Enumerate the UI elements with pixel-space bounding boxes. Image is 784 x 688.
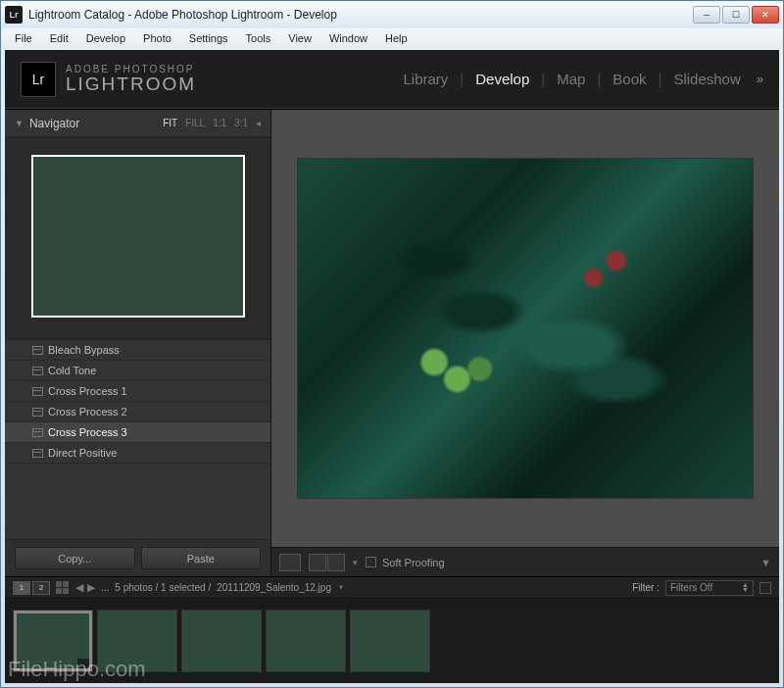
menu-develop[interactable]: Develop <box>78 30 133 46</box>
preset-list: Bleach Bypass Cold Tone Cross Process 1 … <box>5 339 270 539</box>
middle-area: ▼ Navigator FIT FILL 1:1 3:1 ◂ Bleach By… <box>5 109 779 577</box>
navigator-preview[interactable] <box>5 137 270 339</box>
breadcrumb-ellipsis[interactable]: ... <box>101 582 109 593</box>
zoom-1to1[interactable]: 1:1 <box>213 118 226 128</box>
filmstrip-thumb[interactable] <box>97 610 177 672</box>
menu-tools[interactable]: Tools <box>238 30 279 46</box>
brand-text: ADOBE PHOTOSHOP LIGHTROOM <box>66 64 196 95</box>
filmstrip-thumb[interactable] <box>181 610 262 672</box>
app-icon: Lr <box>5 6 23 24</box>
grid-view-icon[interactable] <box>56 581 70 595</box>
navigator-zoom-controls: FIT FILL 1:1 3:1 ◂ <box>163 118 261 128</box>
main-image[interactable] <box>297 158 754 499</box>
menu-edit[interactable]: Edit <box>42 30 76 46</box>
preset-item[interactable]: Cold Tone <box>5 361 270 381</box>
zoom-dropdown-icon[interactable]: ◂ <box>256 118 261 128</box>
filmstrip-thumb[interactable] <box>350 610 430 672</box>
top-header: Lr ADOBE PHOTOSHOP LIGHTROOM Library | D… <box>5 50 779 109</box>
soft-proofing-toggle[interactable]: Soft Proofing <box>366 557 445 568</box>
filter-dropdown[interactable]: Filters Off ▲▼ <box>665 580 754 596</box>
toolbar-expand-icon[interactable]: ▼ <box>760 557 771 568</box>
menu-window[interactable]: Window <box>321 30 375 46</box>
module-develop[interactable]: Develop <box>464 67 541 91</box>
soft-proofing-checkbox[interactable] <box>366 557 376 567</box>
nav-arrows: ◀ ▶ <box>75 581 95 594</box>
primary-display-button[interactable]: 1 <box>13 581 30 595</box>
titlebar[interactable]: Lr Lightroom Catalog - Adobe Photoshop L… <box>1 1 783 28</box>
close-button[interactable]: ✕ <box>752 6 779 24</box>
menu-help[interactable]: Help <box>377 30 416 46</box>
lightroom-logo: Lr <box>21 62 56 97</box>
preset-item[interactable]: Cross Process 1 <box>5 381 270 402</box>
preset-item[interactable]: Direct Positive <box>5 443 270 464</box>
zoom-fill[interactable]: FILL <box>185 118 205 128</box>
loupe-view-icon[interactable] <box>279 554 301 571</box>
window-frame: Lr Lightroom Catalog - Adobe Photoshop L… <box>0 0 784 688</box>
navigator-label: Navigator <box>29 117 79 130</box>
toolbar-dropdown-icon[interactable]: ▾ <box>353 558 358 567</box>
selection-info: 5 photos / 1 selected / <box>115 582 211 593</box>
module-map[interactable]: Map <box>545 67 597 91</box>
menu-settings[interactable]: Settings <box>181 30 236 46</box>
zoom-fit[interactable]: FIT <box>163 118 177 128</box>
dropdown-arrows-icon: ▲▼ <box>742 583 749 593</box>
filmstrip: 1 2 ◀ ▶ ... 5 photos / 1 selected / 2011… <box>5 577 779 683</box>
copy-paste-bar: Copy... Paste <box>5 539 270 576</box>
main-area: ▾ Soft Proofing ▼ <box>271 110 779 576</box>
module-picker: Library | Develop | Map | Book | Slidesh… <box>391 67 763 91</box>
before-after-tb-icon[interactable] <box>327 554 345 571</box>
module-slideshow[interactable]: Slideshow <box>662 67 752 91</box>
breadcrumb-dropdown-icon[interactable]: ▼ <box>337 583 345 592</box>
soft-proofing-label: Soft Proofing <box>382 557 445 568</box>
filmstrip-thumbnails[interactable] <box>5 599 779 683</box>
maximize-button[interactable]: ☐ <box>722 6 750 24</box>
menu-file[interactable]: File <box>7 30 40 46</box>
secondary-display-button[interactable]: 2 <box>32 581 50 595</box>
collapse-triangle-icon[interactable]: ▼ <box>15 119 24 128</box>
preset-item[interactable]: Cross Process 3 <box>5 422 270 443</box>
brand-line2: LIGHTROOM <box>66 74 196 95</box>
preset-item[interactable]: Cross Process 2 <box>5 402 270 422</box>
app-body: Lr ADOBE PHOTOSHOP LIGHTROOM Library | D… <box>5 50 779 683</box>
module-library[interactable]: Library <box>391 67 460 91</box>
thumb-badge-icon <box>77 659 89 668</box>
navigator-thumbnail[interactable] <box>31 155 245 318</box>
module-more-icon[interactable]: » <box>753 72 763 86</box>
navigator-header[interactable]: ▼ Navigator FIT FILL 1:1 3:1 ◂ <box>5 110 270 137</box>
paste-button[interactable]: Paste <box>141 547 262 569</box>
zoom-3to1[interactable]: 3:1 <box>234 118 248 128</box>
filename: 20111209_Salento_12.jpg <box>217 582 331 593</box>
nav-back-icon[interactable]: ◀ <box>75 581 83 594</box>
nav-forward-icon[interactable]: ▶ <box>87 581 95 594</box>
copy-button[interactable]: Copy... <box>15 547 135 569</box>
window-title: Lightroom Catalog - Adobe Photoshop Ligh… <box>28 8 693 22</box>
before-after-lr-icon[interactable] <box>309 554 326 571</box>
filter-section: Filter : Filters Off ▲▼ <box>632 580 771 596</box>
filter-value: Filters Off <box>670 582 712 593</box>
screen-toggle: 1 2 <box>13 581 50 595</box>
menu-view[interactable]: View <box>280 30 319 46</box>
preset-item[interactable]: Bleach Bypass <box>5 340 270 361</box>
left-panel: ▼ Navigator FIT FILL 1:1 3:1 ◂ Bleach By… <box>5 110 271 576</box>
window-controls: ─ ☐ ✕ <box>693 6 779 24</box>
filmstrip-thumb[interactable] <box>266 610 346 672</box>
filmstrip-thumb[interactable] <box>13 610 93 672</box>
filmstrip-toolbar: 1 2 ◀ ▶ ... 5 photos / 1 selected / 2011… <box>5 577 779 599</box>
menubar: File Edit Develop Photo Settings Tools V… <box>1 28 783 48</box>
filter-label: Filter : <box>632 582 660 593</box>
develop-toolbar: ▾ Soft Proofing ▼ <box>271 547 779 576</box>
brand-line1: ADOBE PHOTOSHOP <box>66 64 196 74</box>
main-view[interactable] <box>271 110 779 547</box>
module-book[interactable]: Book <box>601 67 658 91</box>
menu-photo[interactable]: Photo <box>135 30 179 46</box>
filter-lock-icon[interactable] <box>760 582 771 594</box>
minimize-button[interactable]: ─ <box>693 6 720 24</box>
